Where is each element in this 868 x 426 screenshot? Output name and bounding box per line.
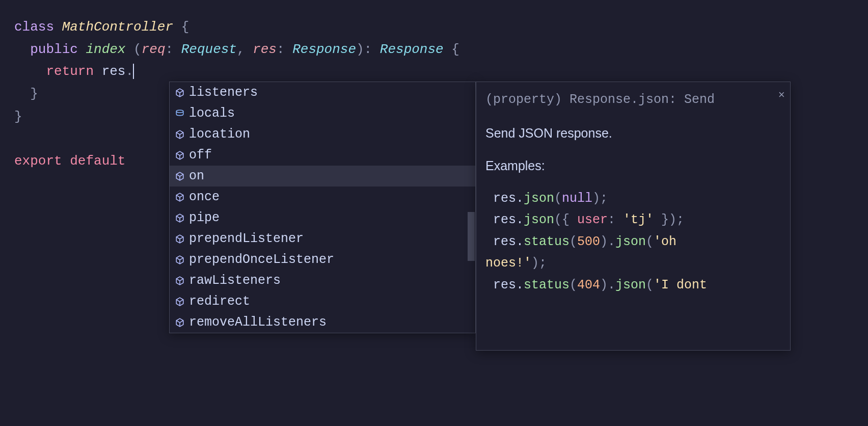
text-cursor [133, 64, 134, 79]
method-icon [175, 317, 185, 328]
autocomplete-item-label: on [189, 169, 204, 183]
autocomplete-item-label: once [189, 190, 220, 204]
keyword-class: class [14, 19, 54, 35]
method-icon [175, 255, 185, 265]
autocomplete-item-label: redirect [189, 294, 250, 309]
param-req: req [142, 42, 166, 57]
close-icon[interactable]: × [778, 86, 785, 105]
method-icon [175, 192, 185, 202]
autocomplete-item-removeAllListeners[interactable]: removeAllListeners [170, 312, 475, 333]
param-res: res [253, 42, 277, 57]
doc-signature: (property) Response.json: Send [485, 89, 781, 111]
type-response: Response [292, 42, 356, 57]
autocomplete-item-pipe[interactable]: pipe [170, 207, 475, 228]
doc-example-3a: res.status(500).json('oh [485, 231, 781, 253]
code-line-3: return res. [14, 61, 868, 83]
keyword-public: public [30, 42, 78, 57]
autocomplete-item-label: locals [189, 106, 235, 121]
error-squiggle: } [30, 83, 38, 106]
method-icon [175, 276, 185, 286]
svg-point-0 [176, 110, 183, 113]
autocomplete-item-label: location [189, 127, 250, 142]
autocomplete-list[interactable]: listenerslocalslocationoffononcepipeprep… [170, 82, 475, 333]
method-icon [175, 129, 185, 140]
autocomplete-item-on[interactable]: on [170, 166, 475, 187]
code-line-2: public index (req: Request, res: Respons… [14, 39, 868, 61]
autocomplete-item-rawListeners[interactable]: rawListeners [170, 270, 475, 291]
keyword-export: export [14, 153, 62, 169]
autocomplete-item-off[interactable]: off [170, 145, 475, 166]
autocomplete-item-redirect[interactable]: redirect [170, 291, 475, 312]
class-name: MathController [62, 19, 173, 35]
autocomplete-item-label: prependOnceListener [189, 252, 334, 267]
doc-example-2: res.json({ user: 'tj' }); [485, 209, 781, 231]
autocomplete-item-prependOnceListener[interactable]: prependOnceListener [170, 249, 475, 270]
doc-example-4: res.status(404).json('I dont [485, 275, 781, 297]
keyword-default: default [62, 153, 133, 169]
doc-example-1: res.json(null); [485, 188, 781, 210]
autocomplete-popup[interactable]: listenerslocalslocationoffononcepipeprep… [169, 82, 476, 333]
method-icon [175, 150, 185, 161]
code-line-1: class MathController { [14, 16, 868, 39]
method-icon [175, 234, 185, 244]
var-res: res [94, 64, 125, 79]
return-type: Response [380, 42, 444, 57]
autocomplete-item-once[interactable]: once [170, 187, 475, 207]
documentation-panel: × (property) Response.json: Send Send JS… [476, 82, 791, 351]
autocomplete-item-label: pipe [189, 210, 220, 225]
autocomplete-item-label: removeAllListeners [189, 315, 327, 330]
autocomplete-item-label: listeners [189, 85, 258, 100]
autocomplete-item-prependListener[interactable]: prependListener [170, 228, 475, 249]
autocomplete-item-listeners[interactable]: listeners [170, 82, 475, 103]
method-icon [175, 171, 185, 181]
doc-example-3b: noes!'); [485, 253, 781, 275]
method-icon [175, 297, 185, 307]
doc-examples-heading: Examples: [485, 155, 781, 177]
autocomplete-item-locals[interactable]: locals [170, 103, 475, 124]
field-icon [175, 109, 185, 119]
method-name: index [86, 42, 125, 57]
autocomplete-item-label: off [189, 148, 212, 163]
method-icon [175, 88, 185, 98]
type-request: Request [181, 42, 237, 57]
autocomplete-item-location[interactable]: location [170, 124, 475, 145]
autocomplete-item-label: prependListener [189, 231, 304, 246]
autocomplete-item-label: rawListeners [189, 273, 281, 288]
scrollbar-thumb[interactable] [468, 212, 475, 261]
keyword-return: return [46, 64, 94, 79]
doc-description: Send JSON response. [485, 122, 781, 144]
method-icon [175, 213, 185, 223]
